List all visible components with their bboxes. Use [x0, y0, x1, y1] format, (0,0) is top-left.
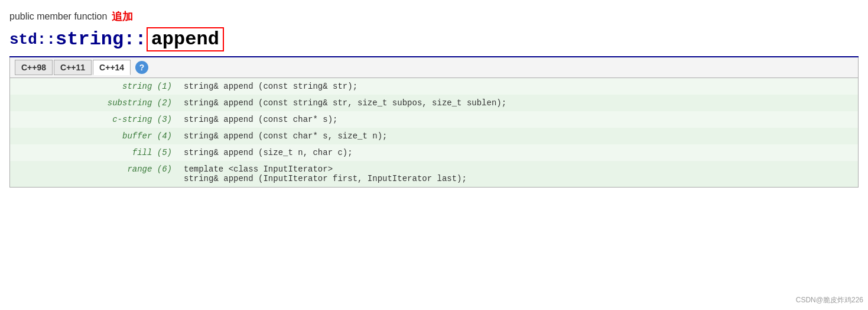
table-row: range (6)template <class InputIterator> … — [10, 161, 859, 188]
tab-cpp98[interactable]: C++98 — [15, 60, 53, 75]
overload-signature: template <class InputIterator> string& a… — [178, 161, 858, 188]
func-name: append — [147, 27, 224, 51]
table-row: substring (2)string& append (const strin… — [10, 95, 859, 111]
overload-name: string (1) — [10, 78, 178, 95]
overload-name: substring (2) — [10, 95, 178, 111]
table-row: buffer (4)string& append (const char* s,… — [10, 128, 859, 144]
tab-cpp11[interactable]: C++11 — [54, 60, 92, 75]
overload-name: range (6) — [10, 161, 178, 188]
class-name: string — [56, 28, 123, 50]
overload-name: buffer (4) — [10, 128, 178, 144]
separator: :: — [123, 28, 146, 50]
tab-cpp14[interactable]: C++14 — [93, 60, 131, 75]
help-icon[interactable]: ? — [135, 61, 148, 74]
overload-signature: string& append (size_t n, char c); — [178, 144, 858, 161]
table-row: c-string (3)string& append (const char* … — [10, 111, 859, 128]
table-row: string (1)string& append (const string& … — [10, 78, 859, 95]
overload-signature: string& append (const char* s, size_t n)… — [178, 128, 858, 144]
overload-signature: string& append (const char* s); — [178, 111, 858, 128]
std-prefix: std:: — [9, 31, 56, 49]
overload-signature: string& append (const string& str); — [178, 78, 858, 95]
table-row: fill (5)string& append (size_t n, char c… — [10, 144, 859, 161]
overload-name: c-string (3) — [10, 111, 178, 128]
page-header: public member function 追加 std::string::a… — [9, 9, 859, 51]
overload-name: fill (5) — [10, 144, 178, 161]
tabs-row: C++98 C++11 C++14 ? — [9, 57, 859, 78]
public-member-text: public member function — [9, 11, 107, 22]
overloads-table: string (1)string& append (const string& … — [9, 78, 859, 188]
public-member-line: public member function 追加 — [9, 9, 859, 24]
title-line: std::string::append — [9, 27, 859, 51]
overload-signature: string& append (const string& str, size_… — [178, 95, 858, 111]
add-label: 追加 — [112, 9, 133, 24]
